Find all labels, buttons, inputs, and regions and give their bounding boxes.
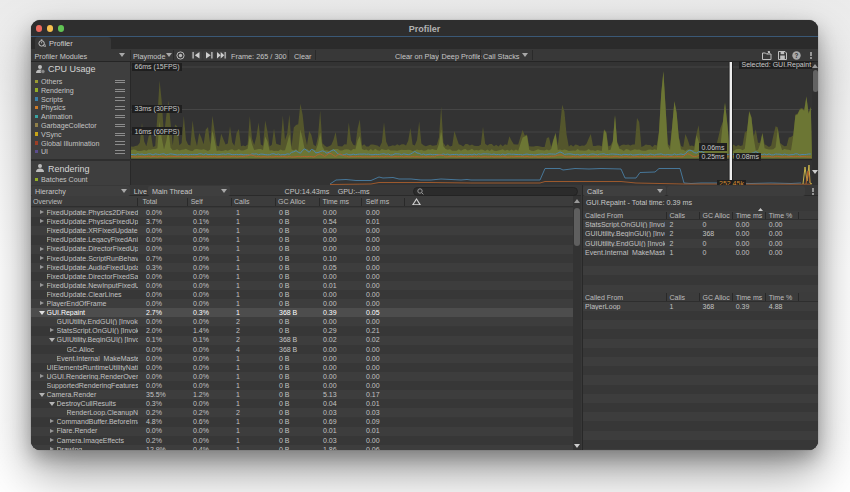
svg-text:?: ? (794, 52, 798, 59)
